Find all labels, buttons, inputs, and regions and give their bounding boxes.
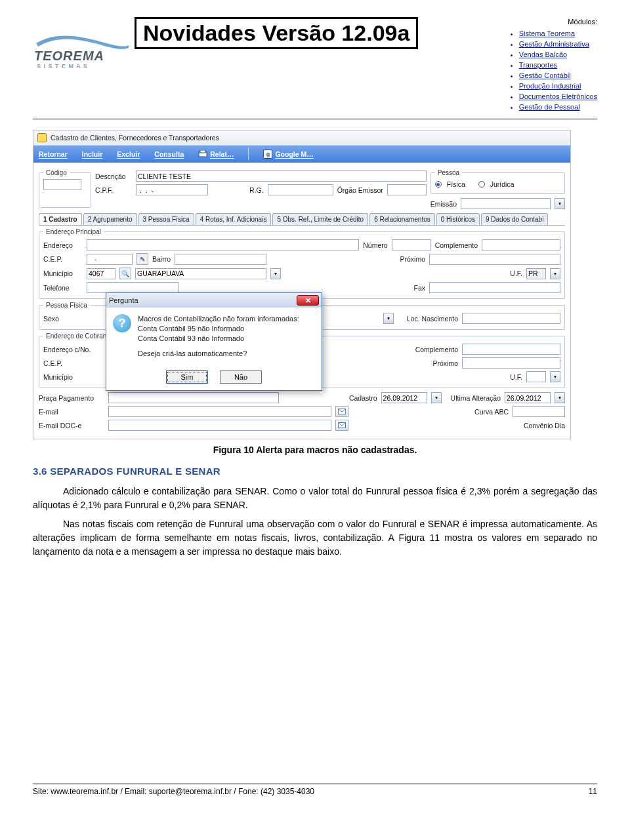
proximo-input[interactable] — [429, 254, 560, 265]
emissao-label: Emissão — [430, 200, 457, 208]
google-icon: g — [263, 150, 272, 159]
toolbar-excluir[interactable]: Excluir — [117, 150, 140, 158]
municipio-lookup-icon[interactable]: 🔍 — [119, 268, 131, 279]
cpf-label: C.P.F. — [95, 186, 132, 194]
municipio-dropdown[interactable]: ▾ — [270, 268, 281, 279]
uf-input[interactable] — [526, 268, 546, 279]
ultalt-input[interactable] — [505, 392, 551, 403]
sexo-label: Sexo — [43, 315, 83, 323]
cob-end-label: Endereço c/No. — [43, 346, 96, 353]
codigo-input[interactable] — [43, 179, 81, 190]
cob-uf-input[interactable] — [526, 371, 546, 382]
cob-mun-label: Município — [43, 373, 96, 381]
emaildoce-send-icon[interactable] — [335, 420, 348, 431]
module-item: Gestão Contábil — [519, 71, 597, 81]
dialog-sim-button[interactable]: Sim — [166, 370, 208, 384]
orgao-input[interactable] — [387, 184, 427, 195]
toolbar-relat[interactable]: Relat… — [198, 150, 234, 158]
complemento-input[interactable] — [482, 239, 560, 250]
uf-dropdown[interactable]: ▾ — [550, 268, 560, 279]
telefone-input[interactable] — [87, 282, 178, 293]
locnasc-input[interactable] — [462, 313, 560, 324]
radio-juridica[interactable] — [478, 181, 485, 188]
cadastro-input[interactable] — [381, 392, 427, 403]
page-number: 11 — [589, 787, 597, 796]
municipio-nome-input[interactable] — [135, 268, 266, 279]
section-heading: 3.6 SEPARADOS FUNRURAL E SENAR — [33, 466, 597, 477]
cep-lookup-icon[interactable]: ✎ — [136, 253, 148, 265]
ultalt-dropdown[interactable]: ▾ — [555, 392, 565, 403]
tab-5-obs-ref-limite-de-cr-dito[interactable]: 5 Obs. Ref., Limite de Crédito — [272, 213, 368, 225]
descricao-label: Descrição — [95, 172, 132, 180]
tab-2-agrupamento[interactable]: 2 Agrupamento — [83, 213, 137, 225]
emissao-dropdown[interactable]: ▾ — [555, 198, 565, 209]
page-title: Novidades Versão 12.09a — [135, 17, 418, 49]
tab-0-hist-ricos[interactable]: 0 Históricos — [436, 213, 480, 225]
logo: TEOREMA S I S T E M A S — [33, 17, 135, 73]
dialog-pergunta: Pergunta ✕ ? Macros de Contabilização nã… — [106, 292, 322, 390]
toolbar-retornar[interactable]: Retornar — [39, 150, 68, 158]
municipio-cod-input[interactable] — [87, 268, 116, 279]
tab-1-cadastro[interactable]: 1 Cadastro — [39, 213, 82, 225]
cob-uf-dropdown[interactable]: ▾ — [550, 371, 560, 382]
cep-input[interactable] — [87, 254, 133, 265]
codigo-legend: Código — [43, 169, 70, 176]
cadastro-dropdown[interactable]: ▾ — [431, 392, 442, 403]
email-send-icon[interactable] — [335, 406, 348, 417]
tab-4-rotas-inf-adicionais[interactable]: 4 Rotas, Inf. Adicionais — [196, 213, 272, 225]
toolbar-incluir[interactable]: Incluir — [82, 150, 103, 158]
cob-compl-input[interactable] — [462, 344, 560, 355]
email-label: E-mail — [39, 408, 104, 416]
endereco-label: Endereço — [43, 241, 83, 249]
cob-proximo-label: Próximo — [432, 359, 458, 367]
cob-proximo-input[interactable] — [462, 357, 560, 369]
print-icon — [198, 150, 207, 158]
fax-input[interactable] — [429, 282, 560, 293]
rg-input[interactable] — [268, 184, 333, 195]
paragraph-2: Nas notas fiscais com retenção de Funrur… — [33, 517, 597, 559]
praca-label: Praça Pagamento — [39, 394, 104, 402]
svg-text:S I S T E M A S: S I S T E M A S — [37, 63, 88, 70]
toolbar-google-maps[interactable]: g Google M… — [263, 150, 313, 159]
module-item: Transportes — [519, 60, 597, 71]
bairro-label: Bairro — [152, 255, 171, 263]
tab-6-relacionamentos[interactable]: 6 Relacionamentos — [369, 213, 435, 225]
figure-caption: Figura 10 Alerta para macros não cadastr… — [33, 445, 597, 455]
end-principal-legend: Endereço Principal — [43, 228, 104, 235]
endereco-input[interactable] — [87, 239, 359, 250]
municipio-label: Município — [43, 270, 83, 277]
numero-input[interactable] — [392, 239, 431, 250]
dialog-nao-button[interactable]: Não — [220, 370, 262, 384]
pessoa-legend: Pessoa — [435, 169, 462, 176]
window-title-text: Cadastro de Clientes, Fornecedores e Tra… — [51, 134, 219, 142]
radio-fisica-label: Física — [447, 180, 465, 188]
radio-fisica[interactable] — [435, 181, 442, 188]
question-icon: ? — [113, 314, 131, 332]
modules-list: Módulos: Sistema TeoremaGestão Administr… — [507, 17, 597, 112]
cob-legend: Endereço de Cobran — [43, 332, 109, 340]
module-item: Gestão de Pessoal — [519, 102, 597, 113]
email-input[interactable] — [108, 406, 331, 417]
praca-input[interactable] — [108, 392, 279, 403]
curva-input[interactable] — [513, 406, 565, 417]
module-item: Produção Industrial — [519, 81, 597, 92]
fax-label: Fax — [413, 284, 425, 292]
emaildoce-input[interactable] — [108, 420, 331, 431]
cob-compl-label: Complemento — [415, 346, 458, 353]
window-icon — [37, 133, 47, 142]
toolbar-consulta[interactable]: Consulta — [154, 150, 184, 158]
paragraph-1: Adicionado cálculo e contabilização para… — [33, 485, 597, 512]
page-footer: Site: www.teorema.inf.br / Email: suport… — [33, 784, 597, 796]
descricao-input[interactable] — [136, 170, 427, 182]
cob-uf-label: U.F. — [510, 373, 522, 381]
sexo-dropdown[interactable]: ▾ — [383, 313, 394, 324]
tab-9-dados-do-contabi[interactable]: 9 Dados do Contabi — [481, 213, 548, 225]
cpf-input[interactable] — [136, 184, 208, 195]
module-item: Documentos Eletrônicos — [519, 92, 597, 102]
emissao-input[interactable] — [461, 198, 551, 209]
bairro-input[interactable] — [175, 254, 266, 265]
dialog-message: Macros de Contabilização não foram infor… — [138, 314, 299, 358]
tabs: 1 Cadastro2 Agrupamento3 Pessoa Física4 … — [39, 213, 565, 226]
tab-3-pessoa-f-sica[interactable]: 3 Pessoa Física — [138, 213, 194, 225]
dialog-close-button[interactable]: ✕ — [297, 295, 319, 306]
